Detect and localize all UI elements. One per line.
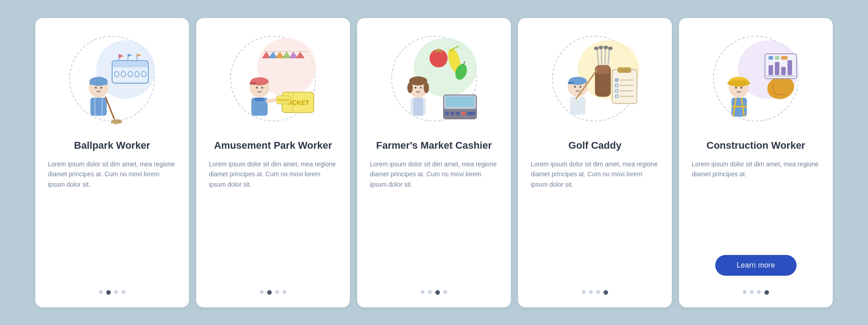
illustration-svg [706, 29, 806, 128]
svg-rect-86 [618, 67, 631, 73]
dot-3 [596, 290, 600, 294]
dot-2 [589, 290, 593, 294]
svg-rect-42 [250, 82, 256, 85]
card-body-construction: Lorem ipsum dolor sit dim amet, mea regi… [692, 159, 820, 247]
illustration-svg: TICKET TICKET [223, 29, 323, 128]
svg-rect-100 [568, 82, 574, 84]
dot-4 [122, 290, 125, 294]
dot-2 [750, 290, 754, 294]
svg-rect-114 [775, 62, 779, 75]
svg-rect-64 [467, 112, 475, 115]
svg-point-68 [407, 82, 413, 93]
card-body-golf: Lorem ipsum dolor sit dim amet, mea regi… [531, 159, 659, 277]
illustration-svg [545, 29, 645, 128]
svg-text:TICKET: TICKET [278, 99, 289, 102]
card-title-ballpark: Ballpark Worker [74, 139, 150, 152]
svg-point-102 [574, 86, 576, 88]
card-title-amusement: Amusement Park Worker [214, 139, 332, 152]
svg-point-69 [424, 82, 429, 93]
pagination-dots-ballpark [99, 287, 125, 295]
svg-rect-2 [112, 61, 148, 67]
dot-3 [435, 290, 440, 295]
svg-rect-118 [769, 56, 773, 60]
illustration-golf [545, 29, 645, 128]
svg-rect-71 [413, 98, 423, 116]
dot-1 [260, 290, 264, 294]
svg-rect-120 [781, 56, 788, 60]
illustration-farmers [384, 29, 484, 128]
svg-rect-44 [255, 98, 264, 101]
dot-2 [106, 290, 111, 295]
pagination-dots-farmers [421, 287, 447, 295]
svg-point-73 [420, 87, 422, 89]
card-golf-caddy: Golf Caddy Lorem ipsum dolor sit dim ame… [518, 18, 672, 307]
illustration-construction [706, 29, 806, 128]
svg-line-79 [605, 48, 605, 65]
cards-container: Ballpark Worker Lorem ipsum dolor sit di… [18, 18, 850, 307]
svg-point-83 [604, 46, 608, 49]
svg-point-46 [261, 87, 263, 89]
svg-rect-119 [775, 56, 779, 60]
dot-4 [604, 290, 608, 295]
svg-point-21 [100, 87, 102, 89]
svg-rect-62 [456, 112, 460, 115]
svg-point-45 [256, 87, 258, 89]
svg-point-129 [741, 87, 742, 89]
svg-point-123 [727, 80, 750, 86]
pagination-dots-amusement [260, 287, 286, 295]
svg-point-82 [599, 46, 603, 49]
card-body-farmers: Lorem ipsum dolor sit dim amet, mea regi… [370, 159, 498, 277]
card-title-golf: Golf Caddy [568, 139, 621, 152]
dot-2 [428, 290, 432, 294]
pagination-dots-construction [743, 287, 769, 295]
dot-1 [99, 290, 103, 294]
svg-rect-17 [90, 98, 107, 116]
svg-point-81 [594, 47, 599, 50]
card-ballpark-worker: Ballpark Worker Lorem ipsum dolor sit di… [35, 18, 189, 307]
svg-point-54 [429, 49, 448, 67]
dot-1 [582, 290, 585, 294]
svg-rect-61 [451, 112, 454, 115]
dot-3 [114, 290, 118, 294]
dot-1 [743, 290, 746, 294]
svg-point-128 [735, 87, 737, 89]
svg-rect-115 [781, 67, 786, 75]
card-farmers-market-cashier: Farmer's Market Cashier Lorem ipsum dolo… [357, 18, 511, 307]
dot-4 [283, 290, 286, 294]
svg-point-72 [415, 87, 416, 89]
learn-more-button[interactable]: Learn more [715, 255, 797, 276]
illustration-svg [62, 29, 162, 128]
card-body-amusement: Lorem ipsum dolor sit dim amet, mea regi… [209, 159, 337, 277]
illustration-amusement: TICKET TICKET [223, 29, 323, 128]
card-amusement-park-worker: TICKET TICKET [196, 18, 350, 307]
svg-rect-113 [769, 65, 773, 75]
dot-4 [764, 290, 769, 295]
dot-3 [275, 290, 279, 294]
dot-2 [267, 290, 272, 295]
svg-point-20 [95, 87, 97, 89]
illustration-ballpark [62, 29, 162, 128]
pagination-dots-golf [582, 287, 608, 295]
card-title-construction: Construction Worker [707, 139, 805, 152]
card-body-ballpark: Lorem ipsum dolor sit dim amet, mea regi… [48, 159, 176, 277]
svg-rect-63 [462, 112, 465, 115]
dot-4 [443, 290, 447, 294]
svg-rect-76 [596, 65, 610, 74]
svg-point-103 [580, 86, 581, 88]
card-title-farmers: Farmer's Market Cashier [376, 139, 492, 152]
svg-rect-65 [446, 97, 474, 107]
svg-rect-16 [90, 81, 108, 85]
svg-point-84 [608, 47, 613, 50]
dot-1 [421, 290, 425, 294]
illustration-svg [384, 29, 484, 128]
svg-rect-116 [788, 60, 792, 75]
svg-line-78 [601, 48, 602, 65]
svg-rect-60 [445, 112, 449, 115]
card-construction-worker: Construction Worker Lorem ipsum dolor si… [679, 18, 833, 307]
dot-3 [757, 290, 761, 294]
